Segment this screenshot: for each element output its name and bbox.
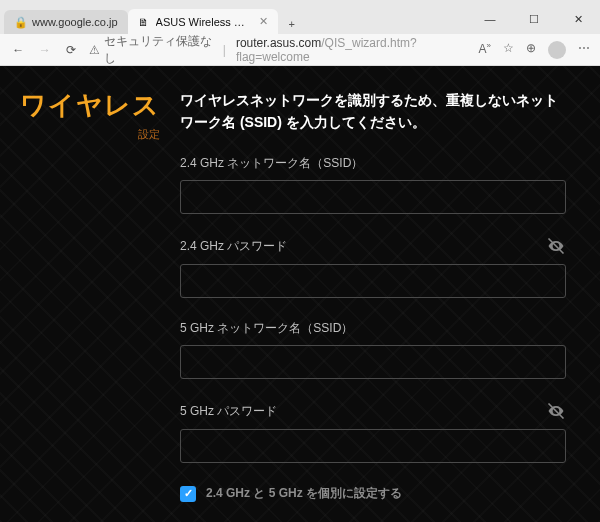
security-label: セキュリティ保護なし: [104, 33, 212, 67]
password-24-label: 2.4 GHz パスワード: [180, 238, 538, 255]
visibility-off-icon[interactable]: [546, 236, 566, 256]
page-icon: 🗎: [138, 16, 150, 28]
brand-title: ワイヤレス: [0, 88, 160, 123]
favorite-icon[interactable]: ☆: [503, 41, 514, 59]
brand-block: ワイヤレス 設定: [0, 66, 170, 522]
tab-asus-router[interactable]: 🗎 ASUS Wireless Router TUF-AX54 ✕: [128, 9, 278, 34]
window-minimize-button[interactable]: —: [468, 4, 512, 34]
password-5-label: 5 GHz パスワード: [180, 403, 538, 420]
refresh-icon[interactable]: ⟳: [63, 43, 79, 57]
new-tab-button[interactable]: +: [278, 18, 306, 34]
password-24-input[interactable]: [180, 264, 566, 298]
globe-icon: 🔒: [14, 16, 26, 28]
tab-google[interactable]: 🔒 www.google.co.jp: [4, 10, 128, 34]
browser-titlebar: 🔒 www.google.co.jp 🗎 ASUS Wireless Route…: [0, 0, 600, 34]
router-setup-page: ワイヤレス 設定 ワイヤレスネットワークを識別するため、重複しないネットワーク名…: [0, 66, 600, 522]
tab-label: www.google.co.jp: [32, 16, 118, 28]
collections-icon[interactable]: ⊕: [526, 41, 536, 59]
ssid-24-label: 2.4 GHz ネットワーク名（SSID）: [180, 155, 566, 172]
warning-icon: ⚠: [89, 43, 100, 57]
password-5-input[interactable]: [180, 429, 566, 463]
profile-avatar[interactable]: [548, 41, 566, 59]
ssid-5-input[interactable]: [180, 345, 566, 379]
tab-label: ASUS Wireless Router TUF-AX54: [156, 16, 253, 28]
back-icon[interactable]: ←: [10, 43, 26, 57]
ssid-5-label: 5 GHz ネットワーク名（SSID）: [180, 320, 566, 337]
visibility-off-icon[interactable]: [546, 401, 566, 421]
address-bar: ← → ⟳ ⚠ セキュリティ保護なし | router.asus.com/QIS…: [0, 34, 600, 66]
window-close-button[interactable]: ✕: [556, 4, 600, 34]
security-badge[interactable]: ⚠ セキュリティ保護なし: [89, 33, 212, 67]
forward-icon: →: [36, 43, 52, 57]
url-display[interactable]: router.asus.com/QIS_wizard.htm?flag=welc…: [236, 36, 469, 64]
separate-bands-label: 2.4 GHz と 5 GHz を個別に設定する: [206, 485, 402, 502]
brand-subtitle: 設定: [0, 127, 160, 142]
menu-icon[interactable]: ⋯: [578, 41, 590, 59]
read-aloud-icon[interactable]: A»: [479, 41, 491, 59]
ssid-24-input[interactable]: [180, 180, 566, 214]
separate-bands-checkbox[interactable]: ✓: [180, 486, 196, 502]
close-icon[interactable]: ✕: [259, 15, 268, 28]
page-heading: ワイヤレスネットワークを識別するため、重複しないネットワーク名 (SSID) を…: [180, 90, 566, 133]
window-maximize-button[interactable]: ☐: [512, 4, 556, 34]
